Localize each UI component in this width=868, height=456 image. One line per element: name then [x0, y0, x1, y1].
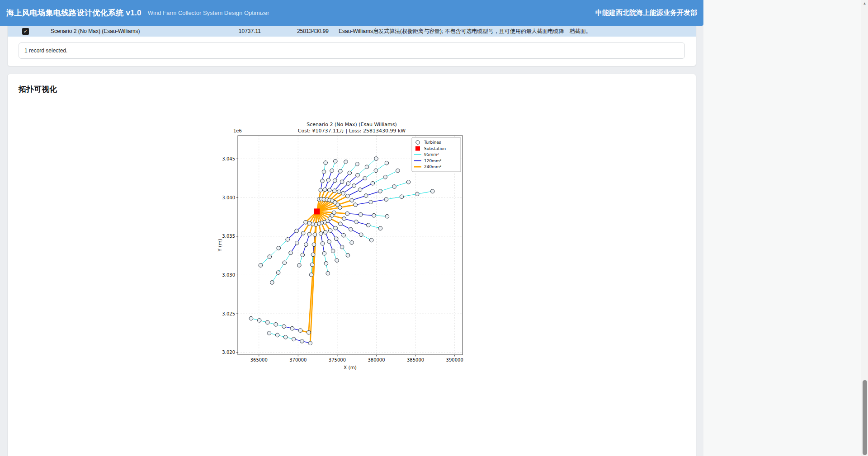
svg-text:1e6: 1e6 — [233, 128, 242, 133]
svg-text:370000: 370000 — [289, 357, 307, 362]
table-footer: 1 record selected. — [8, 37, 696, 66]
app-title: 海上风电场集电线路设计优化系统 v1.0 — [6, 8, 142, 18]
records-selected-text: 1 record selected. — [19, 42, 685, 59]
svg-text:3.035: 3.035 — [222, 234, 235, 239]
svg-text:120mm²: 120mm² — [424, 159, 442, 163]
app-subtitle: Wind Farm Collector System Design Optimi… — [148, 9, 269, 16]
svg-text:Turbines: Turbines — [424, 140, 441, 145]
topology-card: 拓扑可视化 3650003700003750003800003850003900… — [7, 74, 696, 456]
svg-text:390000: 390000 — [446, 357, 463, 362]
page-background-gap — [703, 0, 861, 456]
table-row[interactable]: ✓ Scenario 2 (No Max) (Esau-Williams) 10… — [8, 26, 696, 37]
app-header: 海上风电场集电线路设计优化系统 v1.0 Wind Farm Collector… — [0, 0, 703, 26]
svg-text:Cost: ¥10737.11万 | Loss: 25813: Cost: ¥10737.11万 | Loss: 25813430.99 kW — [298, 128, 406, 134]
scenario-loss: 25813430.99 — [261, 28, 329, 34]
figure-wrap: 3650003700003750003800003850003900003.02… — [8, 120, 696, 374]
scrollbar-up-icon[interactable]: ▲ — [861, 1, 868, 5]
check-icon: ✓ — [24, 28, 28, 34]
svg-text:X (m): X (m) — [344, 365, 357, 370]
svg-text:365000: 365000 — [250, 357, 268, 362]
svg-text:Y (m): Y (m) — [217, 239, 222, 252]
svg-text:95mm²: 95mm² — [424, 152, 439, 157]
topology-plot: 3650003700003750003800003850003900003.02… — [216, 120, 487, 374]
scenario-description: Esau-Williams启发式算法(权衡距离与容量); 不包含可选电缆型号，且… — [339, 28, 696, 35]
app-window: 海上风电场集电线路设计优化系统 v1.0 Wind Farm Collector… — [0, 0, 703, 456]
svg-text:3.020: 3.020 — [222, 350, 235, 355]
svg-text:3.045: 3.045 — [222, 156, 235, 161]
svg-text:3.030: 3.030 — [222, 273, 235, 277]
scenario-table-card: ✓ Scenario 2 (No Max) (Esau-Williams) 10… — [7, 26, 696, 66]
svg-text:Scenario 2 (No Max) (Esau-Will: Scenario 2 (No Max) (Esau-Williams) — [307, 122, 397, 127]
scrollbar-thumb[interactable] — [863, 380, 867, 455]
svg-text:375000: 375000 — [329, 357, 346, 362]
svg-text:Substation: Substation — [424, 146, 446, 151]
row-checkbox-cell: ✓ — [8, 28, 51, 35]
row-checkbox[interactable]: ✓ — [22, 28, 29, 35]
svg-text:3.040: 3.040 — [222, 195, 235, 200]
section-title: 拓扑可视化 — [8, 74, 696, 94]
scenario-name: Scenario 2 (No Max) (Esau-Williams) — [51, 28, 202, 34]
svg-text:380000: 380000 — [368, 357, 385, 362]
svg-text:3.025: 3.025 — [222, 311, 235, 316]
scrollbar[interactable]: ▲ — [861, 0, 868, 456]
svg-text:385000: 385000 — [407, 357, 424, 362]
scenario-cost: 10737.11 — [202, 28, 261, 34]
svg-text:240mm²: 240mm² — [424, 165, 442, 169]
page-content: ✓ Scenario 2 (No Max) (Esau-Williams) 10… — [0, 26, 703, 456]
org-name: 中能建西北院海上能源业务开发部 — [595, 9, 697, 17]
